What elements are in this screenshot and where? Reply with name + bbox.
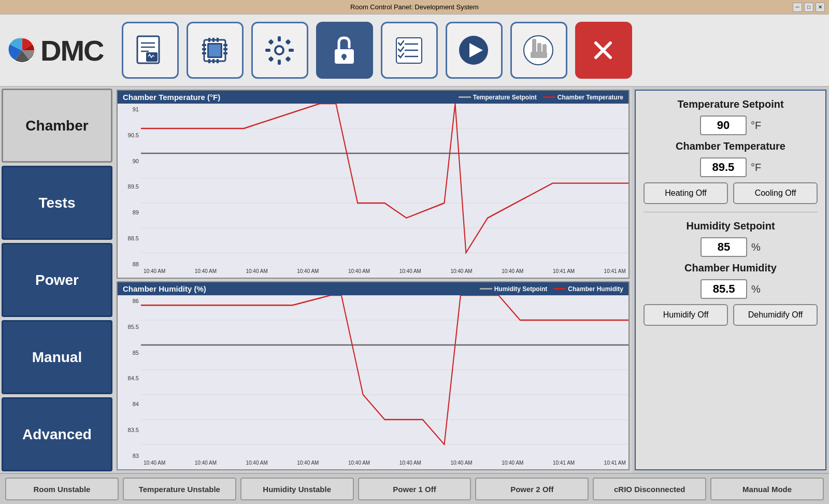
temp-setpoint-value[interactable]: 90 [700,116,747,135]
svg-rect-16 [202,48,206,50]
humidify-off-button[interactable]: Humidify Off [644,304,728,326]
temp-y-axis: 91 90.5 90 89.5 89 88.5 88 [118,104,141,278]
checklist-button[interactable] [381,22,438,79]
svg-rect-42 [532,39,536,44]
humidify-dehumidify-row: Humidify Off Dehumidify Off [644,304,818,326]
status-bar: Room Unstable Temperature Unstable Humid… [0,473,829,504]
temp-setpoint-unit: °F [751,120,761,132]
dmc-logo-spinner [8,36,36,65]
chamber-humidity-unit: % [751,283,761,295]
chamber-temp-row: 89.5 °F [644,157,818,177]
dehumidify-off-button[interactable]: Dehumidify Off [733,304,818,326]
sidebar-item-chamber[interactable]: Chamber [2,89,112,163]
temp-plot-area: 10:40 AM 10:40 AM 10:40 AM 10:40 AM 10:4… [141,104,628,278]
heating-off-button[interactable]: Heating Off [644,182,728,204]
temp-chart-header: Chamber Temperature (°F) Temperature Set… [118,91,628,104]
humidity-chart-title: Chamber Humidity (%) [123,284,206,293]
svg-rect-10 [212,38,215,42]
chamber-humidity-label: Chamber Humidity [644,262,818,274]
humidity-chart-body: 86 85.5 85 84.5 84 83.5 83 [118,295,628,469]
svg-rect-24 [278,60,281,65]
humidity-setpoint-row: 85 % [644,237,818,257]
svg-rect-13 [212,59,215,63]
humidity-chart-svg [141,295,628,469]
humidity-chamber-legend: Chamber Humidity [553,285,623,293]
svg-rect-18 [223,44,227,46]
minimize-button[interactable]: ─ [793,3,802,12]
humidity-setpoint-unit: % [751,241,761,253]
svg-rect-28 [285,39,291,45]
heating-cooling-row: Heating Off Cooling Off [644,182,818,204]
title-bar: Room Control Panel: Development System ─… [0,0,829,15]
temp-chamber-line-icon [543,96,555,98]
humidity-unstable-status[interactable]: Humidity Unstable [240,478,354,500]
temp-chart-legend: Temperature Setpoint Chamber Temperature [459,94,623,101]
humidity-chart-legend: Humidity Setpoint Chamber Humidity [480,285,623,293]
temp-chart-svg [141,104,628,278]
humidity-chart: Chamber Humidity (%) Humidity Setpoint C… [117,281,630,470]
close-window-button[interactable]: ✕ [816,3,825,12]
manual-mode-status[interactable]: Manual Mode [710,478,824,500]
svg-rect-29 [268,56,274,62]
svg-rect-9 [208,38,210,42]
panel-divider [644,212,818,212]
window-title: Room Control Panel: Development System [350,3,479,11]
power1-off-status[interactable]: Power 1 Off [358,478,471,500]
sidebar-item-tests[interactable]: Tests [2,166,112,240]
temp-setpoint-row: 90 °F [644,116,818,135]
temperature-chart: Chamber Temperature (°F) Temperature Set… [117,90,630,279]
humidity-x-axis: 10:40 AM 10:40 AM 10:40 AM 10:40 AM 10:4… [141,459,628,469]
room-unstable-status[interactable]: Room Unstable [5,478,119,500]
humidity-setpoint-legend-label: Humidity Setpoint [494,285,548,293]
logo-area: DMC [8,34,104,67]
humidity-setpoint-label: Humidity Setpoint [644,220,818,232]
chamber-temp-value: 89.5 [700,157,747,177]
charts-area: Chamber Temperature (°F) Temperature Set… [114,87,632,473]
svg-rect-14 [217,59,219,63]
stop-button[interactable] [575,22,632,79]
svg-rect-15 [202,44,206,46]
cooling-off-button[interactable]: Cooling Off [733,182,818,204]
svg-point-22 [276,47,282,53]
temp-chart-title: Chamber Temperature (°F) [123,93,220,102]
svg-rect-17 [202,52,206,54]
temp-unstable-status[interactable]: Temperature Unstable [123,478,236,500]
humidity-setpoint-legend: Humidity Setpoint [480,285,548,293]
sidebar-item-power[interactable]: Power [2,243,112,317]
humidity-y-axis: 86 85.5 85 84.5 84 83.5 83 [118,295,141,469]
power2-off-status[interactable]: Power 2 Off [475,478,589,500]
temp-setpoint-legend: Temperature Setpoint [459,94,537,101]
humidity-chamber-legend-label: Chamber Humidity [568,285,623,293]
svg-rect-27 [268,39,274,45]
maximize-button[interactable]: □ [804,3,813,12]
svg-rect-19 [223,48,227,50]
sidebar: Chamber Tests Power Manual Advanced [0,87,114,473]
sidebar-item-advanced[interactable]: Advanced [2,397,112,471]
reports-button[interactable] [122,22,179,79]
temp-chamber-legend: Chamber Temperature [543,94,623,101]
hardware-button[interactable] [187,22,244,79]
header: DMC [0,15,829,87]
svg-rect-26 [289,49,294,52]
humidity-setpoint-value[interactable]: 85 [701,237,747,257]
temp-chart-body: 91 90.5 90 89.5 89 88.5 88 [118,104,628,278]
dmc-logo-text: DMC [40,34,104,67]
sidebar-item-manual[interactable]: Manual [2,320,112,394]
crio-disconnected-status[interactable]: cRIO Disconnected [593,478,706,500]
lock-button[interactable] [316,22,373,79]
humidity-plot-area: 10:40 AM 10:40 AM 10:40 AM 10:40 AM 10:4… [141,295,628,469]
chamber-temp-label: Chamber Temperature [644,140,818,152]
temp-chamber-legend-label: Chamber Temperature [558,94,623,101]
settings-button[interactable] [251,22,308,79]
chamber-temp-unit: °F [751,162,761,174]
main-content: Chamber Tests Power Manual Advanced Cham… [0,87,829,473]
svg-rect-8 [209,45,221,56]
pause-button[interactable] [510,22,567,79]
svg-rect-12 [208,59,210,63]
svg-rect-20 [223,52,227,54]
chamber-humidity-value: 85.5 [701,279,747,299]
temp-setpoint-label: Temperature Setpoint [644,98,818,110]
temp-setpoint-line-icon [459,96,471,98]
run-button[interactable] [446,22,503,79]
svg-rect-23 [278,36,281,41]
